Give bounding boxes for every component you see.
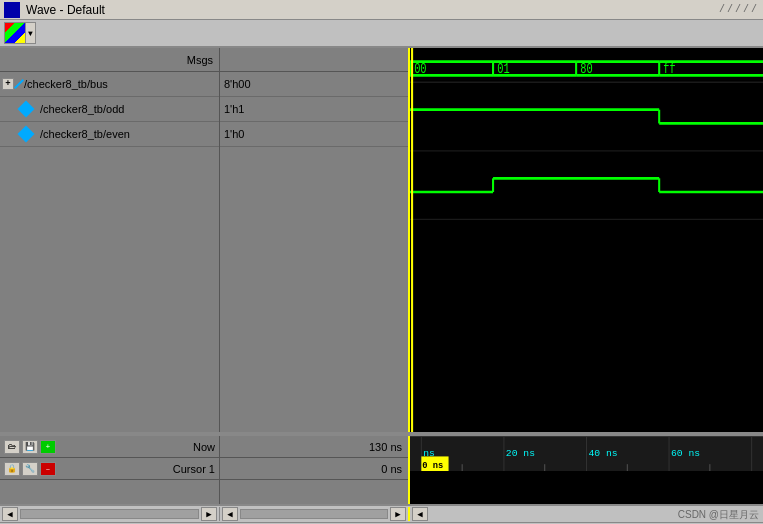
- status-right: ns 20 ns 40 ns 60 ns 0 ns: [410, 436, 763, 504]
- status-row-now: 🗁 💾 + Now: [0, 436, 219, 458]
- signal-name-odd: /checker8_tb/odd: [40, 103, 124, 115]
- lock-icon[interactable]: 🔒: [4, 462, 20, 476]
- timeline-area: ns 20 ns 40 ns 60 ns 0 ns: [410, 436, 763, 471]
- svg-text:60 ns: 60 ns: [671, 448, 700, 459]
- watermark: CSDN @日星月云: [678, 508, 759, 522]
- scroll-track-left[interactable]: [20, 509, 199, 519]
- status-icons-now: 🗁 💾 +: [4, 440, 56, 454]
- diamond-icon-odd: [18, 101, 35, 118]
- value-panel: 8'h00 1'h1 1'h0: [220, 48, 410, 432]
- status-row-cursor: 🔒 🔧 – Cursor 1: [0, 458, 219, 480]
- status-mid: 130 ns 0 ns: [220, 436, 410, 504]
- cursor-value: 0 ns: [381, 463, 402, 475]
- folder-icon[interactable]: 🗁: [4, 440, 20, 454]
- value-row-odd: 1'h1: [220, 97, 408, 122]
- scroll-left-btn[interactable]: ◀: [2, 507, 18, 521]
- signal-list: + /checker8_tb/bus /checker8_tb/odd /che…: [0, 72, 219, 432]
- now-value: 130 ns: [369, 441, 402, 453]
- timeline-svg: ns 20 ns 40 ns 60 ns 0 ns: [410, 437, 763, 471]
- signal-name-even: /checker8_tb/even: [40, 128, 130, 140]
- status-mid-row-now: 130 ns: [220, 436, 408, 458]
- app-icon: [4, 2, 20, 18]
- svg-text:ff: ff: [663, 61, 675, 77]
- scrollbar-left: ◀ ▶: [0, 507, 220, 521]
- scrollbar-row: ◀ ▶ ◀ ▶ ◀: [0, 504, 763, 522]
- svg-text:20 ns: 20 ns: [506, 448, 535, 459]
- signal-name-bus: /checker8_tb/bus: [24, 78, 108, 90]
- scroll-mid-left-btn[interactable]: ◀: [222, 507, 238, 521]
- signal-panel: Msgs + /checker8_tb/bus /checker8_tb/odd: [0, 48, 220, 432]
- value-row-bus: 8'h00: [220, 72, 408, 97]
- expand-icon-bus[interactable]: +: [2, 78, 14, 90]
- svg-text:40 ns: 40 ns: [588, 448, 617, 459]
- status-mid-row-cursor: 0 ns: [220, 458, 408, 480]
- title-bar-dots: /////: [719, 4, 759, 15]
- wave-area: Msgs + /checker8_tb/bus /checker8_tb/odd: [0, 48, 763, 434]
- diamond-icon-bus: [14, 79, 24, 89]
- signal-header: Msgs: [0, 48, 219, 72]
- title-bar-text: Wave - Default: [26, 3, 105, 17]
- scroll-track-mid[interactable]: [240, 509, 388, 519]
- status-left: 🗁 💾 + Now 🔒 🔧 – Cursor 1: [0, 436, 220, 504]
- add-icon[interactable]: +: [40, 440, 56, 454]
- status-icons-cursor: 🔒 🔧 –: [4, 462, 56, 476]
- scroll-right-btn[interactable]: ▶: [201, 507, 217, 521]
- wrench-icon[interactable]: 🔧: [22, 462, 38, 476]
- del-icon[interactable]: –: [40, 462, 56, 476]
- now-label: Now: [193, 441, 215, 453]
- value-even: 1'h0: [224, 128, 244, 140]
- svg-text:80: 80: [580, 61, 592, 77]
- title-bar: Wave - Default /////: [0, 0, 763, 20]
- value-header: [220, 48, 408, 72]
- value-bus: 8'h00: [224, 78, 251, 90]
- waveform-svg: 00 01 80 ff: [410, 48, 763, 432]
- dropdown-arrow[interactable]: ▼: [26, 22, 36, 44]
- svg-rect-0: [410, 48, 763, 432]
- waveform-panel[interactable]: 00 01 80 ff: [410, 48, 763, 432]
- scrollbar-mid: ◀ ▶: [220, 507, 410, 521]
- color-button[interactable]: [4, 22, 26, 44]
- waveform-area[interactable]: 00 01 80 ff: [410, 48, 763, 432]
- svg-text:0 ns: 0 ns: [422, 461, 443, 471]
- toolbar: ▼: [0, 20, 763, 48]
- signal-row-bus[interactable]: + /checker8_tb/bus: [0, 72, 219, 97]
- value-row-even: 1'h0: [220, 122, 408, 147]
- svg-text:00: 00: [414, 61, 426, 77]
- cursor-label: Cursor 1: [173, 463, 215, 475]
- diamond-icon-even: [18, 126, 35, 143]
- signal-row-even[interactable]: /checker8_tb/even: [0, 122, 219, 147]
- scroll-mid-right-btn[interactable]: ▶: [390, 507, 406, 521]
- status-area: 🗁 💾 + Now 🔒 🔧 – Cursor 1 130 ns: [0, 434, 763, 504]
- value-list: 8'h00 1'h1 1'h0: [220, 72, 408, 432]
- save-icon[interactable]: 💾: [22, 440, 38, 454]
- svg-text:01: 01: [497, 61, 509, 77]
- main-content: Msgs + /checker8_tb/bus /checker8_tb/odd: [0, 48, 763, 522]
- signal-row-odd[interactable]: /checker8_tb/odd: [0, 97, 219, 122]
- msgs-header: Msgs: [187, 54, 213, 66]
- scroll-wave-left-btn[interactable]: ◀: [412, 507, 428, 521]
- value-odd: 1'h1: [224, 103, 244, 115]
- color-dropdown[interactable]: ▼: [4, 22, 36, 44]
